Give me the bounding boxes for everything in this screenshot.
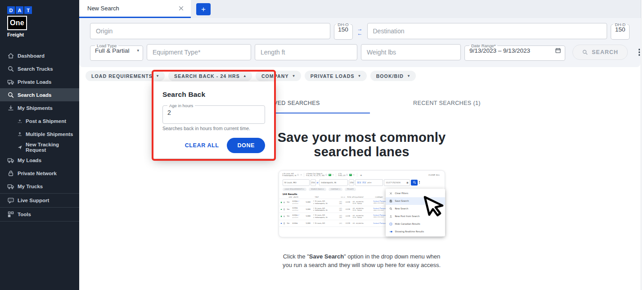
- filter-chip[interactable]: COMPANY ▾: [256, 71, 301, 81]
- save-icon: [346, 174, 348, 176]
- age-in-hours-field[interactable]: Age in hours 2: [162, 104, 265, 124]
- calendar-icon: ▦: [406, 181, 408, 184]
- mini-menu-item: Showing Realtime Results: [386, 228, 445, 236]
- sidebar-item-private-loads[interactable]: Private Loads: [0, 75, 79, 88]
- sidebar-item-search-trucks[interactable]: Search Trucks: [0, 62, 79, 75]
- empty-state-caption: Click the "Save Search" option in the dr…: [281, 253, 443, 270]
- sidebar-item-multiple-shipments[interactable]: Multiple Shipments: [0, 127, 79, 140]
- clear-all-button[interactable]: CLEAR ALL: [185, 142, 219, 149]
- mini-chip: SEARCH BACK ▾: [309, 188, 326, 191]
- checkbox-icon: [284, 222, 287, 224]
- sidebar-item-private-network[interactable]: Private Network: [0, 167, 79, 180]
- done-button[interactable]: DONE: [227, 138, 265, 153]
- dat-letter: D: [7, 6, 15, 14]
- dat-one-logo: D A T One Freight: [0, 6, 79, 37]
- count-badge: 93: [329, 174, 331, 176]
- tab-label: New Search: [87, 5, 119, 12]
- sidebar-item-dashboard[interactable]: Dashboard: [0, 49, 79, 62]
- sidebar-item-my-loads[interactable]: My Loads: [0, 154, 79, 167]
- search-back-popup: Search Back Age in hours 2 Searches back…: [153, 82, 274, 159]
- chevron-down-icon: ▾: [137, 48, 139, 53]
- add-icon: +: [360, 173, 362, 177]
- swap-origin-destination-icon[interactable]: → ←: [356, 27, 364, 36]
- dhd-value: 150: [612, 26, 628, 33]
- freight-label: Freight: [7, 32, 79, 37]
- close-icon: [300, 174, 302, 176]
- destination-input[interactable]: [367, 23, 608, 39]
- lock-icon: [7, 170, 14, 177]
- tray-down-icon: [7, 104, 14, 112]
- length-input[interactable]: [255, 44, 357, 60]
- age-in-hours-value[interactable]: 2: [167, 109, 261, 116]
- close-all-label: CLOSE ALL: [428, 174, 441, 176]
- search-button: [411, 180, 418, 186]
- sidebar-item-label: Dashboard: [18, 53, 45, 59]
- filter-chip[interactable]: PRIVATE LOADS ▾: [305, 71, 367, 81]
- sidebar-item-search-loads[interactable]: Search Loads: [0, 88, 79, 101]
- sidebar-item-my-trucks[interactable]: My Trucks: [0, 180, 79, 194]
- search-icon: [7, 91, 14, 99]
- sidebar-item-label: Private Network: [18, 171, 57, 176]
- age-in-hours-label: Age in hours: [167, 104, 195, 108]
- checkbox-icon: [284, 216, 287, 218]
- date-range-field[interactable]: Date Range* 9/13/2023 – 9/13/2023: [464, 44, 565, 61]
- chevron-icon: ▾: [157, 74, 159, 78]
- results-count: 144 Results: [283, 193, 297, 195]
- dho-field[interactable]: DH-O 150: [334, 23, 353, 40]
- truck-icon: [7, 157, 14, 164]
- sidebar-item-my-shipments[interactable]: My Shipments: [0, 101, 79, 114]
- sidebar-item-post-a-shipment[interactable]: Post a Shipment: [0, 114, 79, 127]
- sidebar-item-label: Search Trucks: [18, 66, 53, 72]
- chat-icon: [7, 197, 14, 204]
- scrollbar-track[interactable]: [641, 0, 644, 290]
- grid-icon: [7, 211, 14, 218]
- save-icon: [389, 199, 392, 203]
- mini-chip: LOAD REQUIREMENTS ▾: [283, 188, 306, 191]
- filter-chip[interactable]: SEARCH BACK - 24 HRS ▴: [168, 71, 252, 81]
- save-search-illustration: ▴ St Louis, MO▾ Indianapolis, IN ▴ Green…: [279, 170, 445, 237]
- chevron-icon: ▾: [293, 74, 295, 78]
- sidebar-item-label: New Tracking Request: [26, 142, 79, 153]
- save-icon: [325, 174, 328, 176]
- mini-menu-item: Hide Canadian Results: [386, 220, 445, 228]
- x-icon: [389, 192, 392, 195]
- sidebar-item-label: My Shipments: [18, 105, 53, 111]
- sidebar-item-tools[interactable]: Tools: [0, 208, 79, 222]
- checkbox-icon: [284, 202, 287, 204]
- filter-chip[interactable]: BOOK/BID ▾: [370, 71, 416, 81]
- add-tab-button[interactable]: +: [196, 3, 211, 15]
- home-icon: [7, 52, 14, 59]
- weight-input[interactable]: [361, 44, 461, 60]
- close-tab-icon[interactable]: [178, 5, 185, 12]
- sidebar-item-label: Live Support: [18, 198, 49, 203]
- toggle-icon: [389, 230, 392, 233]
- dhd-field[interactable]: DH-D 150: [611, 23, 630, 40]
- filter-chip[interactable]: LOAD REQUIREMENTS ▾: [86, 71, 165, 81]
- sidebar: D A T One Freight Dashboard Search Truck…: [0, 0, 79, 290]
- close-icon: [332, 174, 334, 176]
- search-tab-bar: New Search +: [79, 0, 644, 18]
- send-icon: [17, 145, 23, 150]
- mini-tab: ▴ St Louis, MO▾ Indianapolis, IN: [283, 173, 305, 177]
- sidebar-item-label: Search Loads: [18, 92, 51, 98]
- tab-new-search[interactable]: New Search: [79, 0, 191, 18]
- tab-recent-searches[interactable]: RECENT SEARCHES (1): [370, 95, 524, 113]
- search-icon: [7, 65, 14, 72]
- popup-title: Search Back: [162, 91, 265, 99]
- origin-input[interactable]: [90, 23, 330, 39]
- search-button[interactable]: SEARCH: [572, 45, 628, 60]
- search-icon: [582, 49, 588, 55]
- chevron-icon: ▴: [244, 74, 246, 78]
- dat-letter: A: [16, 6, 23, 14]
- load-type-select[interactable]: Load Type Full & Partial▾: [90, 44, 143, 61]
- save-icon: [297, 174, 299, 176]
- sidebar-item-new-tracking-request[interactable]: New Tracking Request: [0, 140, 79, 154]
- sidebar-item-live-support[interactable]: Live Support: [0, 194, 79, 208]
- more-options-icon: [419, 181, 419, 184]
- equipment-type-input[interactable]: [147, 44, 251, 60]
- calendar-icon[interactable]: [555, 47, 561, 54]
- sidebar-item-label: My Trucks: [18, 184, 43, 189]
- checkbox-icon: [389, 222, 392, 226]
- count-badge: 55: [349, 174, 352, 176]
- sidebar-nav: Dashboard Search Trucks Private Loads Se…: [0, 49, 79, 222]
